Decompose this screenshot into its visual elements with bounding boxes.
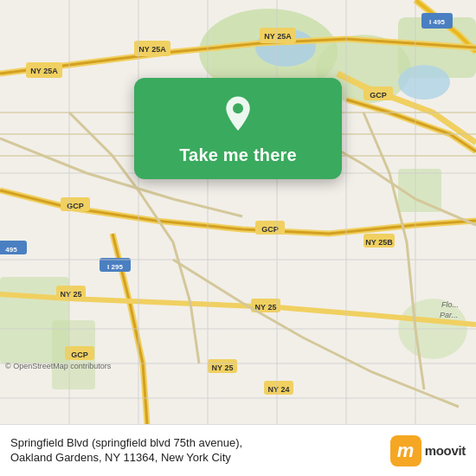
svg-text:I 295: I 295 (107, 263, 123, 271)
svg-point-4 (398, 65, 450, 100)
address-line2: Oakland Gardens, NY 11364, New York City (10, 451, 231, 464)
address-container: Springfield Blvd (springfield blvd 75th … (10, 436, 242, 466)
svg-text:Par...: Par... (440, 311, 458, 319)
location-card: Take me there (134, 78, 342, 179)
svg-text:NY 25B: NY 25B (365, 238, 393, 247)
osm-attribution: © OpenStreetMap contributors (5, 362, 111, 370)
svg-text:NY 25A: NY 25A (264, 32, 292, 41)
svg-text:495: 495 (5, 246, 17, 254)
map-container: NY 25A NY 25A NY 25A I 495 GCP GCP GCP I… (0, 0, 476, 424)
svg-text:NY 25: NY 25 (61, 290, 82, 299)
svg-text:NY 25A: NY 25A (30, 67, 58, 75)
svg-text:GCP: GCP (71, 351, 88, 359)
svg-point-56 (233, 103, 243, 113)
address-line1: Springfield Blvd (springfield blvd 75th … (10, 436, 242, 449)
bottom-bar: Springfield Blvd (springfield blvd 75th … (0, 424, 476, 476)
map-svg: NY 25A NY 25A NY 25A I 495 GCP GCP GCP I… (0, 0, 476, 424)
svg-text:NY 25: NY 25 (212, 363, 234, 372)
take-me-there-button[interactable]: Take me there (179, 145, 297, 165)
svg-text:NY 24: NY 24 (268, 385, 290, 394)
svg-text:I 495: I 495 (429, 18, 445, 26)
svg-text:NY 25: NY 25 (255, 303, 277, 312)
svg-text:NY 25A: NY 25A (138, 45, 166, 54)
moovit-logo[interactable]: m moovit (390, 435, 466, 466)
address-line: Springfield Blvd (springfield blvd 75th … (10, 436, 242, 466)
moovit-logo-mark: m (390, 435, 421, 466)
svg-text:GCP: GCP (370, 91, 387, 100)
svg-text:Flo...: Flo... (441, 300, 459, 309)
moovit-logo-text: moovit (425, 443, 466, 458)
location-pin-icon (217, 93, 259, 135)
svg-text:GCP: GCP (261, 225, 279, 234)
